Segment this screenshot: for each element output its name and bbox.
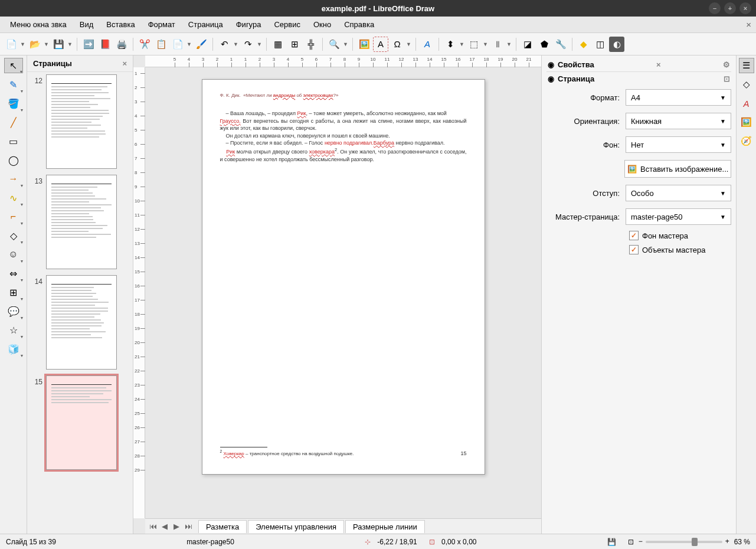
snap-button[interactable]: ⊞ [287,37,302,52]
fill-color-tool[interactable]: 🪣▼ [4,96,23,111]
prev-page-icon[interactable]: ◀ [159,522,170,531]
properties-icon[interactable]: ☰ [739,58,754,73]
first-page-icon[interactable]: ⏮ [148,522,158,531]
tab-layout[interactable]: Разметка [198,520,247,533]
last-page-icon[interactable]: ⏭ [183,522,194,531]
gluepoints-button[interactable]: ◆ [576,37,591,52]
save-button[interactable]: 💾 [51,37,66,52]
paste-button[interactable]: 📄 [170,37,185,52]
rect-tool[interactable]: ▭ [4,133,23,149]
align-button[interactable]: ⬍ [443,37,458,52]
menu-format[interactable]: Формат [143,18,181,31]
status-save-icon[interactable]: 💾 [607,538,616,546]
line-color-tool[interactable]: ✎▼ [4,77,23,92]
expand-icon[interactable]: ◉ [548,74,554,83]
sidebar-close-icon[interactable]: × [656,60,661,69]
crop-button[interactable]: ⬟ [536,37,552,52]
navigator-icon[interactable]: 🧭 [739,133,754,149]
menu-window[interactable]: Окно [308,18,336,31]
new-button[interactable]: 📄 [4,37,19,52]
basic-shapes-tool[interactable]: ◇▼ [4,228,23,243]
zoom-button[interactable]: 🔍 [326,37,342,52]
pages-panel-close-icon[interactable]: × [122,59,127,68]
gallery-icon[interactable]: 🖼️ [739,115,754,130]
format-select[interactable]: A4▼ [626,89,731,106]
stars-tool[interactable]: ☆▼ [4,322,23,338]
block-arrows-tool[interactable]: ⇔▼ [4,266,23,281]
menu-page[interactable]: Страница [183,18,228,31]
master-select[interactable]: master-page50▼ [626,208,731,225]
open-dropdown[interactable]: ▼ [44,41,50,47]
extrusion-button[interactable]: ◫ [593,37,608,52]
master-bg-checkbox[interactable]: ✓ [629,231,639,240]
menu-file[interactable]: Меню окна звка [5,18,72,31]
special-char-button[interactable]: Ω [390,37,405,52]
close-document-icon[interactable]: × [746,19,751,30]
menu-help[interactable]: Справка [339,18,379,31]
tab-controls[interactable]: Элементы управления [248,520,344,533]
section-more-icon[interactable]: ⊡ [724,74,730,83]
select-tool[interactable]: ↖▼ [4,58,23,73]
flowchart-tool[interactable]: ⊞▼ [4,285,23,300]
minimize-button[interactable]: – [709,2,721,14]
save-dropdown[interactable]: ▼ [67,41,73,47]
menu-insert[interactable]: Вставка [101,18,140,31]
menu-tools[interactable]: Сервис [269,18,306,31]
new-dropdown[interactable]: ▼ [20,41,26,47]
master-obj-checkbox[interactable]: ✓ [629,245,639,254]
print-button[interactable]: 🖨️ [114,37,129,52]
status-master[interactable]: master-page50 [186,538,234,546]
close-button[interactable]: × [739,2,751,14]
margin-select[interactable]: Особо▼ [626,185,731,201]
export-pdf-button[interactable]: 📕 [97,37,113,52]
expand-icon[interactable]: ◉ [548,60,554,69]
page-thumb[interactable]: 13 [32,175,128,269]
arrange-button[interactable]: ⬚ [466,37,482,52]
filter-button[interactable]: 🔧 [553,37,568,52]
ruler-horizontal[interactable]: 54321123456789101112131415161718192021 [145,55,541,67]
shapes-icon[interactable]: ◇ [739,77,754,92]
page-thumb[interactable]: 15 [32,375,128,470]
callouts-tool[interactable]: 💬▼ [4,303,23,319]
line-tool[interactable]: ╱ [4,115,23,130]
page-view[interactable]: Ф. К. Дик. «Мечтают ли андроиды об элект… [202,79,485,475]
page-thumb[interactable]: 12 [32,74,128,169]
next-page-icon[interactable]: ▶ [171,522,182,531]
insert-image-button[interactable]: 🖼️ Вставить изображение... [624,160,731,178]
menu-view[interactable]: Вид [74,18,99,31]
background-select[interactable]: Нет▼ [626,136,731,153]
ruler-vertical[interactable]: 1234567891011121314151617181920212223242… [133,67,145,518]
status-zoom[interactable]: 63 % [734,538,750,546]
open-button[interactable]: 📂 [27,37,42,52]
maximize-button[interactable]: + [724,2,736,14]
status-slide[interactable]: Слайд 15 из 39 [6,538,56,546]
pages-list[interactable]: 12131415 [27,72,133,534]
ellipse-tool[interactable]: ◯ [4,152,23,168]
canvas-scroll[interactable]: Ф. К. Дик. «Мечтают ли андроиды об элект… [145,67,541,518]
symbol-shapes-tool[interactable]: ☺▼ [4,247,23,262]
menu-shape[interactable]: Фигура [231,18,267,31]
page-thumb[interactable]: 14 [32,275,128,370]
export-button[interactable]: ➡️ [81,37,96,52]
zoom-slider[interactable]: −+ [646,541,722,543]
redo-button[interactable]: ↷ [240,37,256,52]
sidebar-menu-icon[interactable]: ⚙ [723,60,730,69]
connector-tool[interactable]: ⌐▼ [4,209,23,224]
3d-tool[interactable]: 🧊▼ [4,341,23,357]
textbox-button[interactable]: A [373,37,388,52]
copy-button[interactable]: 📋 [153,37,169,52]
undo-button[interactable]: ↶ [217,37,232,52]
orientation-select[interactable]: Книжная▼ [626,113,731,129]
shadow-button[interactable]: ◪ [520,37,535,52]
distribute-button[interactable]: ⫴ [490,37,505,52]
curve-tool[interactable]: ∿▼ [4,190,23,205]
tab-dimlines[interactable]: Размерные линии [345,520,425,533]
arrow-tool[interactable]: →▼ [4,171,23,187]
image-button[interactable]: 🖼️ [356,37,372,52]
clone-format-button[interactable]: 🖌️ [194,37,209,52]
styles-icon[interactable]: A [739,96,754,111]
draw-functions-button[interactable]: ◐ [609,37,624,52]
guides-button[interactable]: ╬ [303,37,319,52]
fontwork-button[interactable]: A [420,37,435,52]
grid-button[interactable]: ▦ [270,37,286,52]
